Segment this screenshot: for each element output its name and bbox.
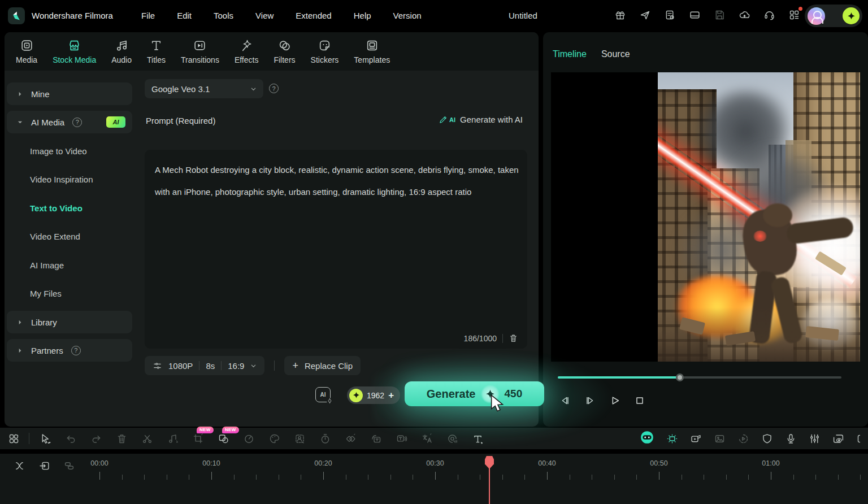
sidebar-item-text-to-video[interactable]: Text to Video [30, 203, 83, 213]
link-icon[interactable] [38, 460, 50, 472]
gift-icon[interactable] [614, 9, 626, 21]
media-tab-bar: Media Stock Media Audio Titles Transitio… [5, 32, 539, 71]
beat-detection-icon[interactable] [167, 433, 179, 445]
portrait-cutout-icon[interactable] [294, 433, 306, 445]
tab-filters[interactable]: Filters [274, 38, 295, 64]
render-icon[interactable] [737, 433, 749, 445]
tab-source[interactable]: Source [601, 49, 630, 59]
menu-file[interactable]: File [141, 11, 155, 20]
tab-timeline[interactable]: Timeline [553, 49, 587, 59]
avatar[interactable] [808, 7, 825, 25]
partners-help-icon[interactable]: ? [71, 346, 81, 355]
speed-icon[interactable] [243, 433, 255, 445]
unlink-icon[interactable] [14, 460, 25, 472]
tab-templates[interactable]: Templates [354, 38, 390, 64]
keyframe-icon[interactable] [345, 433, 357, 445]
cloud-upload-icon[interactable] [739, 9, 750, 21]
sidebar-item-my-files[interactable]: My Files [30, 289, 62, 298]
clipped-edge-icon[interactable] [856, 433, 860, 445]
ruler-label: 00:00 [90, 459, 108, 467]
speech-to-text-icon[interactable] [370, 433, 382, 445]
sidebar-item-image-to-video[interactable]: Image to Video [30, 146, 87, 156]
generate-button[interactable]: Generate 450 [405, 381, 544, 406]
prompt-textarea[interactable]: A Mech Robot destroying a city block, re… [145, 150, 527, 349]
smart-edit-icon[interactable] [666, 433, 678, 445]
tab-audio[interactable]: Audio [111, 38, 132, 64]
model-select[interactable]: Google Veo 3.1 [145, 79, 263, 98]
tab-stock-media[interactable]: Stock Media [53, 38, 96, 64]
support-headset-icon[interactable] [763, 9, 775, 21]
translate-icon[interactable] [421, 433, 433, 445]
setting-duration: 8s [206, 361, 215, 371]
tab-stickers[interactable]: Stickers [311, 38, 339, 64]
audio-ai-icon[interactable] [446, 433, 458, 445]
text-tool-icon[interactable] [472, 433, 484, 445]
preview-panel: Timeline Source [543, 32, 868, 427]
menu-view[interactable]: View [255, 11, 274, 20]
audio-mixer-icon[interactable] [809, 433, 821, 445]
menu-extended[interactable]: Extended [296, 11, 331, 20]
sidebar-group-library[interactable]: Library [7, 311, 132, 333]
sidebar-group-mine[interactable]: Mine [7, 82, 132, 105]
delete-icon[interactable] [116, 433, 128, 445]
menu-tools[interactable]: Tools [214, 11, 233, 20]
preview-seek-slider[interactable] [558, 373, 841, 381]
generate-with-ai-button[interactable]: AI Generate with AI [439, 115, 523, 124]
auto-ripple-icon[interactable] [63, 460, 75, 472]
upgrade-coin-icon[interactable] [843, 7, 860, 24]
sidebar-group-ai-media[interactable]: AI Media ? AI [7, 111, 132, 133]
video-preview[interactable] [551, 72, 860, 362]
tab-media[interactable]: Media [16, 38, 37, 64]
credits-amount: 1962 [367, 391, 384, 400]
timer-icon[interactable] [319, 433, 331, 445]
ai-media-help-icon[interactable]: ? [72, 118, 82, 127]
tab-effects[interactable]: Effects [235, 38, 259, 64]
credits-balance[interactable]: 1962 + [347, 386, 400, 404]
apps-icon[interactable] [8, 433, 20, 445]
menu-help[interactable]: Help [354, 11, 371, 20]
play-icon[interactable] [609, 394, 621, 407]
mask-icon[interactable]: NEW [218, 433, 229, 445]
ai-copilot-icon[interactable] [640, 430, 654, 447]
menu-bar: File Edit Tools View Extended Help Versi… [141, 11, 422, 20]
clear-prompt-icon[interactable] [509, 333, 518, 343]
menu-version[interactable]: Version [393, 11, 422, 20]
split-icon[interactable] [141, 433, 153, 445]
tab-titles[interactable]: Titles [147, 38, 166, 64]
char-counter: 186/1000 [464, 334, 497, 343]
generate-cost: 450 [505, 388, 523, 400]
tab-transitions[interactable]: Transitions [181, 38, 219, 64]
snapshot-icon[interactable] [714, 433, 726, 445]
sidebar-group-partners[interactable]: Partners ? [7, 339, 132, 362]
workspace-grid-icon[interactable] [788, 9, 800, 21]
sidebar-item-video-inspiration[interactable]: Video Inspiration [30, 175, 93, 184]
next-frame-icon[interactable] [584, 394, 596, 407]
smart-crop-icon[interactable]: NEW [192, 433, 204, 445]
previous-frame-icon[interactable] [559, 394, 571, 407]
account-pill[interactable] [805, 5, 862, 27]
replace-clip-button[interactable]: + Replace Clip [284, 356, 361, 375]
voiceover-mic-icon[interactable] [785, 433, 797, 445]
layout-panel-icon[interactable] [689, 9, 701, 21]
add-credits-icon[interactable]: + [388, 390, 394, 401]
save-icon[interactable] [714, 9, 726, 21]
preview-quality-icon[interactable] [832, 433, 844, 445]
menu-edit[interactable]: Edit [177, 11, 192, 20]
promote-icon[interactable] [639, 9, 651, 21]
text-to-speech-icon[interactable] [396, 433, 407, 445]
ruler-label: 00:50 [650, 459, 667, 467]
stop-icon[interactable] [633, 394, 646, 407]
sidebar-item-video-extend[interactable]: Video Extend [30, 232, 80, 241]
ai-color-icon[interactable] [268, 433, 280, 445]
sidebar-item-ai-image[interactable]: AI Image [30, 260, 64, 270]
task-list-icon[interactable] [664, 9, 676, 21]
undo-icon[interactable] [65, 433, 77, 445]
shield-icon[interactable] [761, 433, 773, 445]
select-cursor-icon[interactable] [40, 433, 51, 445]
redo-icon[interactable] [90, 433, 102, 445]
export-clip-icon[interactable] [690, 433, 702, 445]
ai-watermark-toggle-icon[interactable]: AI [315, 387, 331, 402]
seek-handle[interactable] [676, 373, 684, 381]
generation-settings[interactable]: 1080P 8s 16:9 [145, 356, 264, 375]
model-help-icon[interactable]: ? [269, 84, 279, 93]
